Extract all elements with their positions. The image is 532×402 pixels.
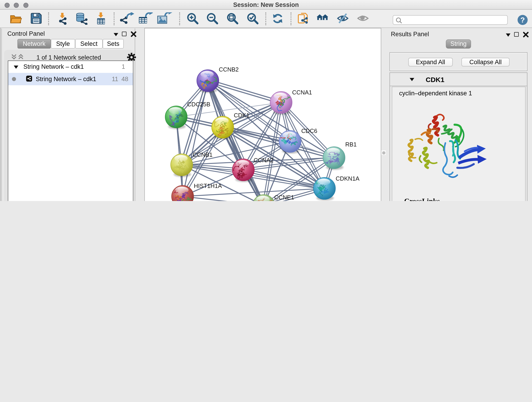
- svg-text:CCNB1: CCNB1: [192, 152, 212, 158]
- svg-text:RB1: RB1: [345, 141, 356, 148]
- svg-text:HIST1H1A: HIST1H1A: [194, 183, 222, 189]
- svg-text:CCNA2: CCNA2: [253, 157, 273, 163]
- svg-text:CDC25B: CDC25B: [187, 101, 210, 108]
- svg-text:CDC6: CDC6: [301, 128, 317, 134]
- svg-text:CCNB2: CCNB2: [219, 66, 239, 73]
- svg-text:CDK1: CDK1: [234, 112, 249, 119]
- svg-text:?: ?: [520, 16, 525, 24]
- svg-text:CCNA1: CCNA1: [292, 89, 312, 96]
- svg-text:CDKN1A: CDKN1A: [336, 175, 360, 182]
- svg-text:CCNE1: CCNE1: [274, 194, 294, 201]
